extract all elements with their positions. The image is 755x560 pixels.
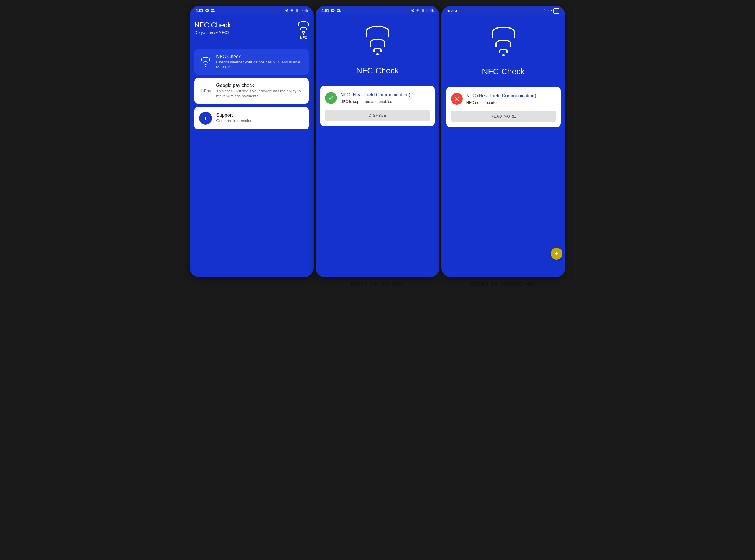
support-text: Support Get more information xyxy=(216,113,252,124)
nfc-wifi-symbol xyxy=(298,21,309,35)
result-text-2: NFC (Near Field Communication) NFC is su… xyxy=(340,92,410,104)
status-bar-3: 16:14 65 xyxy=(441,6,565,15)
app-header: NFC Check Do you have NFC? NFC xyxy=(194,21,309,40)
caption-redmi: REDMI 13: KHÔNG NFC xyxy=(469,281,537,287)
status-bar-1: 4:01 xyxy=(190,6,314,14)
support-card[interactable]: i Support Get more information xyxy=(194,107,309,129)
nfc-dot-l-3 xyxy=(502,54,504,56)
nfc-check-desc: Checks whether your device has NFC and i… xyxy=(216,60,304,70)
mute-icon-2 xyxy=(411,9,415,13)
app-title: NFC Check xyxy=(194,21,231,29)
caption-pixel: PIXEL 4A: CÓ NFC xyxy=(351,281,404,287)
nfc-check-text: NFC Check Checks whether your device has… xyxy=(216,54,304,70)
nfc-check-card[interactable]: NFC Check Checks whether your device has… xyxy=(194,49,309,75)
nfc-arc-large-1 xyxy=(366,26,389,37)
success-icon xyxy=(325,92,337,104)
result-text-3: NFC (Near Field Communication) NFC not s… xyxy=(466,93,536,105)
result-row-2: NFC (Near Field Communication) NFC is su… xyxy=(325,92,430,104)
status-right-1: 🔋 90% xyxy=(285,8,307,13)
error-icon xyxy=(451,93,463,105)
support-desc: Get more information xyxy=(216,119,252,124)
battery-icon-2: 🔋 xyxy=(421,8,425,13)
nfc-arc-large-2 xyxy=(370,39,385,46)
app-content-3: NFC Check NFC (Near Field Communication)… xyxy=(441,15,565,277)
status-right-2: 🔋 90% xyxy=(411,8,434,13)
phone-screen-2: 4:01 🔋 90% xyxy=(316,6,439,277)
nfc-text-label: NFC xyxy=(300,36,307,40)
screen2-title: NFC Check xyxy=(356,66,399,76)
settings-icon-2 xyxy=(337,8,341,13)
phone-screen-3: 16:14 65 xyxy=(441,6,565,277)
battery-icon-3: 65 xyxy=(553,8,559,14)
result-row-3: NFC (Near Field Communication) NFC not s… xyxy=(451,93,556,105)
result-card-3: NFC (Near Field Communication) NFC not s… xyxy=(446,87,561,127)
fab-button[interactable]: + xyxy=(551,248,562,260)
status-bar-2: 4:01 🔋 90% xyxy=(316,6,439,14)
nfc-check-icon xyxy=(199,56,212,68)
support-title: Support xyxy=(216,113,252,118)
phone-screen-1: 4:01 xyxy=(190,6,314,277)
nfc-arc-l3-3 xyxy=(499,49,508,53)
messenger-icon xyxy=(205,8,209,13)
info-icon: i xyxy=(199,112,212,125)
gpay-text: Google pay check This check will see if … xyxy=(216,83,304,99)
nfc-large-icon xyxy=(366,26,389,56)
caption-3: REDMI 13: KHÔNG NFC xyxy=(469,277,537,287)
gpay-desc: This check will see if your device has t… xyxy=(216,89,304,99)
gpay-icon: G Pay xyxy=(199,84,212,97)
back-arrow-icon xyxy=(543,9,547,13)
google-pay-card[interactable]: G Pay Google pay check This check will s… xyxy=(194,78,309,103)
battery-num-3: 65 xyxy=(554,9,558,13)
gpay-g-letter: G xyxy=(200,88,204,94)
app-content-2: NFC Check NFC (Near Field Communication)… xyxy=(316,14,439,277)
result-title-2: NFC (Near Field Communication) xyxy=(340,92,410,98)
nfc-large-icon-3 xyxy=(492,26,515,56)
disable-button[interactable]: DISABLE xyxy=(325,110,430,121)
nfc-arc-large-3 xyxy=(373,48,382,52)
battery-pct-1: 90% xyxy=(300,8,307,13)
status-right-3: 65 xyxy=(543,8,559,14)
nfc-check-title: NFC Check xyxy=(216,54,304,59)
caption-2: PIXEL 4A: CÓ NFC xyxy=(351,277,404,287)
result-message-3: NFC not supported xyxy=(466,100,536,105)
mute-icon xyxy=(285,9,289,13)
gpay-pay-text: Pay xyxy=(204,88,211,93)
wifi-icon-3 xyxy=(548,9,552,13)
wifi-icon xyxy=(290,9,294,13)
nfc-dot-large xyxy=(376,53,379,56)
nfc-arc-outer xyxy=(298,21,309,26)
support-icon-container: i xyxy=(199,112,212,125)
result-message-2: NFC is supported and enabled! xyxy=(340,99,410,104)
wifi-icon-2 xyxy=(416,9,420,13)
nfc-dot xyxy=(303,33,304,35)
nfc-wifi-small-icon xyxy=(201,57,210,67)
app-subtitle: Do you have NFC? xyxy=(194,30,231,35)
status-time-1: 4:01 xyxy=(196,8,203,13)
read-more-button[interactable]: READ MORE xyxy=(451,111,556,122)
app-title-block: NFC Check Do you have NFC? xyxy=(194,21,231,35)
gpay-title: Google pay check xyxy=(216,83,304,88)
status-left-2: 4:01 xyxy=(321,8,341,13)
nfc-arc-inner xyxy=(302,31,305,33)
battery-pct-2: 90% xyxy=(426,8,434,13)
nfc-arc-l1-3 xyxy=(492,26,515,38)
status-time-3: 16:14 xyxy=(448,9,457,13)
screen3-title: NFC Check xyxy=(482,67,525,76)
status-left-3: 16:14 xyxy=(448,9,457,13)
settings-icon xyxy=(211,8,215,13)
result-card-2: NFC (Near Field Communication) NFC is su… xyxy=(320,86,435,126)
nfc-arc-mid xyxy=(300,27,307,31)
gpay-logo: G Pay xyxy=(200,88,211,94)
messenger-icon-2 xyxy=(331,8,335,13)
battery-icon: 🔋 xyxy=(295,8,299,13)
app-content-1: NFC Check Do you have NFC? NFC xyxy=(190,14,314,277)
nfc-arc-l2-3 xyxy=(495,40,511,47)
status-time-2: 4:01 xyxy=(321,8,329,13)
result-title-3: NFC (Near Field Communication) xyxy=(466,93,536,99)
status-left-1: 4:01 xyxy=(196,8,215,13)
nfc-header-icon: NFC xyxy=(298,21,309,40)
